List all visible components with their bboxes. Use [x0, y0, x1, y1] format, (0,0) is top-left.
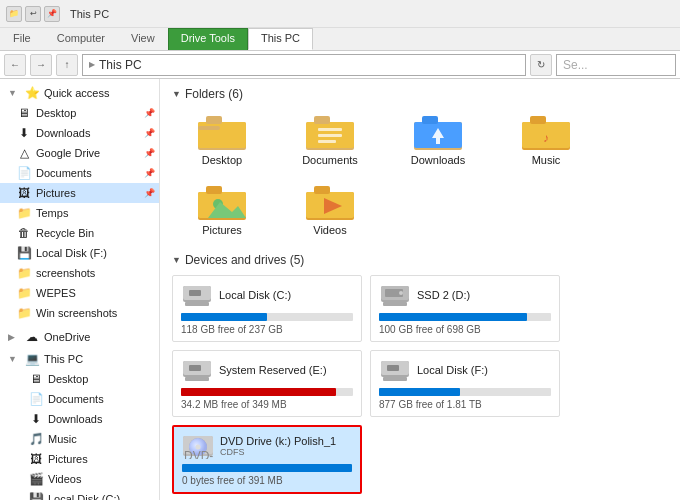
drive-f-header: Local Disk (F:): [379, 357, 551, 383]
svg-rect-2: [198, 126, 220, 130]
sidebar-item-recycle-bin[interactable]: 🗑 Recycle Bin: [0, 223, 159, 243]
pin-marker2: 📌: [144, 128, 155, 138]
sidebar-item-downloads[interactable]: ⬇ Downloads 📌: [0, 123, 159, 143]
svg-rect-20: [206, 186, 222, 194]
back-button[interactable]: ←: [4, 54, 26, 76]
disk-icon: 💾: [16, 245, 32, 261]
svg-rect-39: [189, 365, 201, 371]
folder-documents[interactable]: Documents: [280, 109, 380, 171]
folder-videos-icon: [306, 184, 354, 222]
drive-d-free: 100 GB free of 698 GB: [379, 324, 551, 335]
up-button[interactable]: ↑: [56, 54, 78, 76]
sidebar-item-google-drive[interactable]: △ Google Drive 📌: [0, 143, 159, 163]
drive-dvd-free: 0 bytes free of 391 MB: [182, 475, 352, 486]
drive-c-bar-bg: [181, 313, 353, 321]
computer-icon: 💻: [24, 351, 40, 367]
drive-f-free: 877 GB free of 1.81 TB: [379, 399, 551, 410]
drive-e-bar-fill: [181, 388, 336, 396]
sidebar-item-documents[interactable]: 📄 Documents 📌: [0, 163, 159, 183]
documents-icon: 📄: [16, 165, 32, 181]
drive-e-name: System Reserved (E:): [219, 364, 353, 376]
tab-this-pc[interactable]: This PC: [248, 28, 313, 50]
folder-desktop[interactable]: Desktop: [172, 109, 272, 171]
svg-rect-12: [422, 116, 438, 124]
drives-grid: Local Disk (C:) 118 GB free of 237 GB: [172, 275, 668, 494]
svg-rect-6: [314, 116, 330, 124]
desktop-icon: 🖥: [16, 105, 32, 121]
sidebar-thispc-desktop[interactable]: 🖥 Desktop: [0, 369, 159, 389]
sidebar-item-thispc[interactable]: ▼ 💻 This PC: [0, 349, 159, 369]
sidebar-thispc-pictures[interactable]: 🖼 Pictures: [0, 449, 159, 469]
sidebar-item-pictures[interactable]: 🖼 Pictures 📌: [0, 183, 159, 203]
folder-pictures[interactable]: Pictures: [172, 179, 272, 241]
drive-dvd-header: DVD-ROM DVD Drive (k:) Polish_1 CDFS: [182, 433, 352, 459]
forward-button[interactable]: →: [30, 54, 52, 76]
drive-f-info: Local Disk (F:): [417, 364, 551, 376]
downloads-icon: ⬇: [16, 125, 32, 141]
drive-c-free: 118 GB free of 237 GB: [181, 324, 353, 335]
folder-music-label: Music: [532, 154, 561, 166]
drive-c-icon: [181, 282, 213, 308]
sidebar-item-desktop[interactable]: 🖥 Desktop 📌: [0, 103, 159, 123]
drive-d[interactable]: SSD 2 (D:) 100 GB free of 698 GB: [370, 275, 560, 342]
sidebar-item-temps[interactable]: 📁 Temps: [0, 203, 159, 223]
pictures-icon: 🖼: [16, 185, 32, 201]
folder-pictures-label: Pictures: [202, 224, 242, 236]
sidebar-item-winscreenshots[interactable]: 📁 Win screenshots: [0, 303, 159, 323]
drive-d-name: SSD 2 (D:): [417, 289, 551, 301]
svg-rect-42: [383, 377, 407, 381]
folder-videos-label: Videos: [313, 224, 346, 236]
drive-dvd-fs: CDFS: [220, 447, 352, 457]
recycle-icon: 🗑: [16, 225, 32, 241]
svg-rect-33: [383, 302, 407, 306]
undo-icon[interactable]: ↩: [25, 6, 41, 22]
sidebar-thispc-downloads[interactable]: ⬇ Downloads: [0, 409, 159, 429]
search-placeholder: Se...: [563, 58, 588, 72]
address-bar: ← → ↑ ▶ This PC ↻ Se...: [0, 51, 680, 79]
quick-access-label: Quick access: [44, 87, 109, 99]
folder-documents-label: Documents: [302, 154, 358, 166]
search-box[interactable]: Se...: [556, 54, 676, 76]
drive-d-info: SSD 2 (D:): [417, 289, 551, 301]
expand-thispc: ▼: [8, 354, 20, 364]
drives-section-title: ▼ Devices and drives (5): [172, 253, 668, 267]
drive-e-free: 34.2 MB free of 349 MB: [181, 399, 353, 410]
sidebar-item-screenshots[interactable]: 📁 screenshots: [0, 263, 159, 283]
tab-computer[interactable]: Computer: [44, 28, 118, 50]
drive-e[interactable]: System Reserved (E:) 34.2 MB free of 349…: [172, 350, 362, 417]
sidebar-item-localdisk-f[interactable]: 💾 Local Disk (F:): [0, 243, 159, 263]
sidebar-thispc-c[interactable]: 💾 Local Disk (C:): [0, 489, 159, 500]
folder-downloads[interactable]: Downloads: [388, 109, 488, 171]
drive-f[interactable]: Local Disk (F:) 877 GB free of 1.81 TB: [370, 350, 560, 417]
window-controls[interactable]: 📁 ↩ 📌: [6, 6, 60, 22]
sidebar-thispc-music[interactable]: 🎵 Music: [0, 429, 159, 449]
tab-drive-tools[interactable]: Drive Tools: [168, 28, 248, 50]
folder-music[interactable]: ♪ Music: [496, 109, 596, 171]
folder-videos[interactable]: Videos: [280, 179, 380, 241]
folder-desktop-label: Desktop: [202, 154, 242, 166]
sidebar-thispc-documents[interactable]: 📄 Documents: [0, 389, 159, 409]
videos-icon: 🎬: [28, 471, 44, 487]
sidebar-thispc-videos[interactable]: 🎬 Videos: [0, 469, 159, 489]
sidebar-item-wepes[interactable]: 📁 WEPES: [0, 283, 159, 303]
downloads-icon2: ⬇: [28, 411, 44, 427]
svg-rect-38: [185, 377, 209, 381]
drive-c[interactable]: Local Disk (C:) 118 GB free of 237 GB: [172, 275, 362, 342]
svg-text:DVD-ROM: DVD-ROM: [184, 449, 214, 459]
desktop-icon2: 🖥: [28, 371, 44, 387]
sidebar-item-onedrive[interactable]: ▶ ☁ OneDrive: [0, 327, 159, 347]
tab-file[interactable]: File: [0, 28, 44, 50]
tab-view[interactable]: View: [118, 28, 168, 50]
drive-d-header: SSD 2 (D:): [379, 282, 551, 308]
onedrive-icon: ☁: [24, 329, 40, 345]
address-field[interactable]: ▶ This PC: [82, 54, 526, 76]
folder-icon2: 📁: [16, 265, 32, 281]
pin-icon[interactable]: 📌: [44, 6, 60, 22]
folders-grid: Desktop Documents: [172, 109, 668, 241]
folder-icon: 📁: [16, 205, 32, 221]
svg-rect-1: [198, 122, 246, 148]
folder-music-icon: ♪: [522, 114, 570, 152]
drive-dvd[interactable]: DVD-ROM DVD Drive (k:) Polish_1 CDFS: [172, 425, 362, 494]
sidebar-item-quick-access[interactable]: ▼ ⭐ Quick access: [0, 83, 159, 103]
refresh-button[interactable]: ↻: [530, 54, 552, 76]
